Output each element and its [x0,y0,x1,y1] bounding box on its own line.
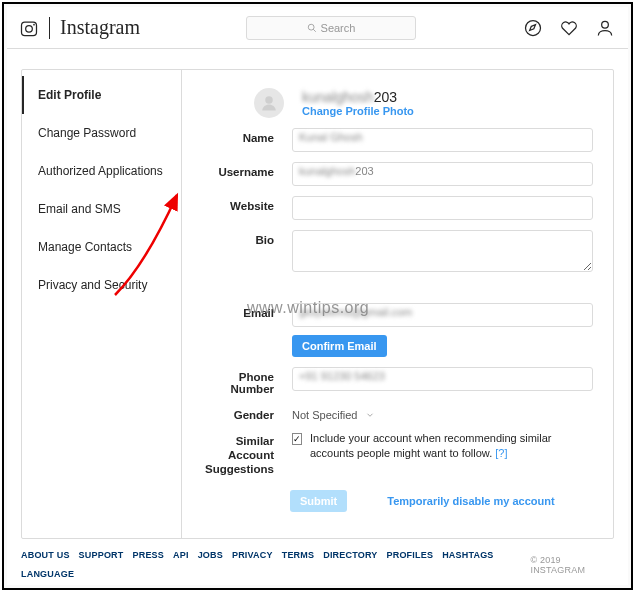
camera-icon[interactable] [19,18,39,38]
similar-description: Include your account when recommending s… [310,431,593,462]
phone-label: Phone Number [202,367,292,395]
edit-profile-form: kunalghosh203 Change Profile Photo Name … [182,70,613,538]
footer-link[interactable]: ABOUT US [21,550,70,560]
svg-point-3 [308,24,314,30]
top-nav: Instagram Search [7,7,628,49]
settings-panel: Edit Profile Change Password Authorized … [21,69,614,539]
profile-icon[interactable] [594,17,616,39]
name-label: Name [202,128,292,144]
svg-point-2 [33,23,35,25]
bio-input[interactable] [292,230,593,272]
footer-link[interactable]: JOBS [198,550,223,560]
brand-divider [49,17,50,39]
sidebar-item-privacy-security[interactable]: Privacy and Security [22,266,181,304]
svg-point-5 [526,20,541,35]
footer-link[interactable]: DIRECTORY [323,550,377,560]
email-label: Email [202,303,292,319]
footer-link[interactable]: TERMS [282,550,315,560]
sidebar-item-edit-profile[interactable]: Edit Profile [22,76,181,114]
footer-copyright: © 2019 INSTAGRAM [530,555,614,575]
similar-label: Similar Account Suggestions [202,431,292,476]
profile-username: kunalghosh203 [302,89,414,105]
phone-input[interactable]: +91 91230 54623 [292,367,593,391]
footer-links: ABOUT US SUPPORT PRESS API JOBS PRIVACY … [21,550,530,579]
svg-line-4 [313,29,316,32]
change-photo-link[interactable]: Change Profile Photo [302,105,414,117]
sidebar-item-change-password[interactable]: Change Password [22,114,181,152]
search-input[interactable]: Search [246,16,416,40]
gender-select[interactable]: Not Specified [292,405,593,421]
sidebar-item-manage-contacts[interactable]: Manage Contacts [22,228,181,266]
submit-button[interactable]: Submit [290,490,347,512]
footer-link[interactable]: SUPPORT [79,550,124,560]
gender-label: Gender [202,405,292,421]
chevron-down-icon [365,410,375,420]
footer-link[interactable]: LANGUAGE [21,569,74,579]
brand-logo[interactable]: Instagram [60,16,140,39]
similar-help-link[interactable]: [?] [495,447,507,459]
confirm-email-button[interactable]: Confirm Email [292,335,387,357]
similar-checkbox[interactable]: ✓ [292,433,302,445]
avatar[interactable] [254,88,284,118]
disable-account-link[interactable]: Temporarily disable my account [387,495,554,507]
footer-link[interactable]: PROFILES [387,550,434,560]
email-input[interactable]: gksystems@gmail.com [292,303,593,327]
settings-sidebar: Edit Profile Change Password Authorized … [22,70,182,538]
explore-icon[interactable] [522,17,544,39]
svg-point-8 [265,96,273,104]
username-input[interactable]: kunalghosh203 [292,162,593,186]
footer-link[interactable]: PRIVACY [232,550,273,560]
bio-label: Bio [202,230,292,246]
footer-link[interactable]: PRESS [133,550,165,560]
website-label: Website [202,196,292,212]
sidebar-item-authorized-apps[interactable]: Authorized Applications [22,152,181,190]
name-input[interactable]: Kunal Ghosh [292,128,593,152]
website-input[interactable] [292,196,593,220]
heart-icon[interactable] [558,17,580,39]
footer-link[interactable]: HASHTAGS [442,550,493,560]
page-footer: ABOUT US SUPPORT PRESS API JOBS PRIVACY … [21,550,614,579]
footer-link[interactable]: API [173,550,189,560]
svg-marker-6 [530,24,536,30]
username-label: Username [202,162,292,178]
svg-point-7 [602,21,609,28]
sidebar-item-email-sms[interactable]: Email and SMS [22,190,181,228]
svg-point-1 [26,25,33,32]
search-placeholder: Search [321,22,356,34]
